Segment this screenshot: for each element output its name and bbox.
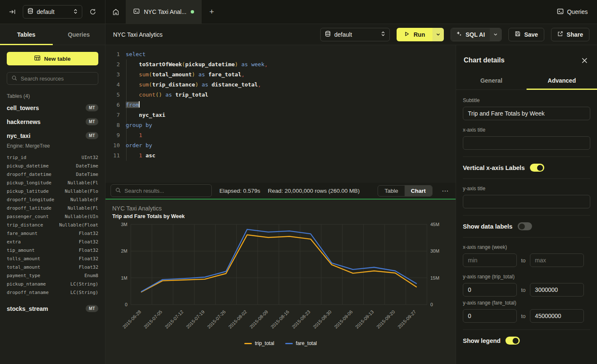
editor-line[interactable]: 6from	[105, 100, 456, 110]
sql-ai-button[interactable]: SQL AI	[451, 28, 490, 41]
column-type: Nullable(Flo	[65, 189, 98, 194]
vertical-x-labels-row: Vertical x-axis Labels	[463, 164, 590, 172]
save-button[interactable]: Save	[508, 28, 544, 41]
column-name: trip_id	[7, 155, 26, 160]
y-axis-range-trip-max-input[interactable]	[530, 283, 584, 297]
chart-canvas[interactable]: 3M45M2M30M1M15M002015-06-282015-07-05201…	[112, 221, 449, 340]
chart-details-panel: Chart details General Advanced Subtitle	[456, 45, 597, 364]
sql-ai-options-button[interactable]	[490, 28, 501, 41]
x-axis-range-max-input[interactable]	[530, 253, 584, 267]
refresh-icon[interactable]	[86, 5, 99, 18]
search-icon	[11, 75, 17, 82]
editor-line[interactable]: 5 count() as trip_total	[105, 90, 456, 100]
results-more-button[interactable]: ⋯	[440, 187, 451, 195]
query-tab[interactable]: NYC Taxi Anal...	[126, 0, 202, 24]
run-button[interactable]: Run	[397, 28, 432, 41]
results-search[interactable]	[111, 184, 212, 197]
editor-line[interactable]: 3 sum(total_amount) as fare_total,	[105, 70, 456, 80]
legend-swatch	[285, 343, 293, 344]
editor-line[interactable]: 8group by	[105, 120, 456, 130]
svg-text:2015-08-02: 2015-08-02	[227, 309, 248, 329]
read-stat: Read: 20,000,000 rows (260.00 MB)	[268, 188, 360, 194]
engine-badge: MT	[86, 305, 98, 312]
code-text: select	[120, 49, 146, 59]
elapsed-stat: Elapsed: 0.579s	[219, 188, 260, 194]
y-axis-range-fare-max-input[interactable]	[530, 309, 584, 323]
legend-item[interactable]: trip_total	[244, 340, 274, 346]
editor-line[interactable]: 1select	[105, 49, 456, 59]
tab-advanced[interactable]: Advanced	[527, 73, 597, 89]
code-text: order by	[120, 140, 152, 151]
column-row: tolls_amountFloat32	[7, 254, 98, 263]
query-tab-title: NYC Taxi Anal...	[144, 8, 186, 15]
column-type: Nullable(UIn	[65, 214, 98, 219]
column-name: tolls_amount	[7, 256, 40, 262]
editor-line[interactable]: 4 sum(trip_distance) as distance_total,	[105, 80, 456, 90]
legend-label: fare_total	[296, 340, 317, 346]
table-engine-label: Engine: MergeTree	[0, 143, 105, 152]
table-row[interactable]: stocks_streamMT	[0, 302, 105, 315]
console-icon	[557, 8, 564, 16]
show-legend-toggle[interactable]	[505, 337, 520, 345]
run-options-button[interactable]	[432, 28, 444, 41]
sidebar-tab-tables[interactable]: Tables	[0, 24, 53, 45]
toolbar-database-selector[interactable]: default	[320, 28, 390, 41]
show-data-labels-toggle[interactable]	[518, 222, 532, 230]
editor-line[interactable]: 10order by	[105, 140, 456, 151]
share-button[interactable]: Share	[551, 28, 589, 41]
table-row[interactable]: hackernewsMT	[0, 115, 105, 129]
table-row[interactable]: cell_towersMT	[0, 101, 105, 115]
column-name: pickup_ntaname	[7, 281, 46, 287]
chart-section: NYC Taxi Analytics Trip and Fare Totals …	[105, 200, 456, 364]
view-toggle-chart[interactable]: Chart	[405, 186, 432, 196]
svg-text:2015-07-05: 2015-07-05	[143, 309, 163, 329]
legend-item[interactable]: fare_total	[285, 340, 317, 346]
y-axis-title-input[interactable]	[463, 195, 590, 208]
close-icon[interactable]	[579, 55, 589, 65]
database-selector[interactable]: default	[23, 5, 82, 19]
column-type: Float32	[79, 231, 98, 236]
column-row: pickup_datetimeDateTime	[7, 162, 98, 170]
table-name: cell_towers	[7, 105, 39, 111]
sidebar-tab-queries[interactable]: Queries	[53, 24, 105, 45]
new-table-button[interactable]: New table	[7, 52, 98, 65]
column-row: total_amountFloat32	[7, 263, 98, 271]
editor-line[interactable]: 9 1	[105, 130, 456, 140]
svg-text:2015-08-30: 2015-08-30	[312, 309, 332, 329]
column-row: pickup_longitudeNullable(Fl	[7, 178, 98, 187]
collapse-sidebar-icon[interactable]	[6, 5, 19, 18]
column-name: dropoff_datetime	[7, 172, 51, 177]
x-axis-range-min-input[interactable]	[463, 253, 517, 267]
vertical-x-labels-toggle[interactable]	[530, 164, 544, 172]
column-name: pickup_latitude	[7, 189, 49, 194]
tab-general[interactable]: General	[456, 73, 527, 89]
resource-search-input[interactable]	[21, 75, 94, 82]
editor-line[interactable]: 11 1 asc	[105, 151, 456, 161]
search-icon	[115, 187, 121, 194]
table-row[interactable]: nyc_taxiMT	[0, 129, 105, 143]
line-number: 11	[105, 151, 120, 161]
x-axis-range-label: x-axis range (week)	[463, 244, 590, 250]
y-axis-range-trip-min-input[interactable]	[463, 283, 517, 297]
sidebar-tabs: Tables Queries	[0, 24, 105, 45]
subtitle-input[interactable]	[463, 107, 590, 120]
new-tab-button[interactable]: +	[202, 0, 222, 24]
view-toggle-table[interactable]: Table	[378, 186, 404, 196]
resource-search[interactable]	[7, 72, 98, 85]
column-list: trip_idUInt32pickup_datetimeDateTimedrop…	[0, 152, 105, 302]
query-title: NYC Taxi Analytics	[113, 31, 162, 38]
legend-label: trip_total	[255, 340, 274, 346]
x-axis-title-input[interactable]	[463, 136, 590, 150]
line-number: 4	[105, 80, 120, 90]
sql-editor[interactable]: 1select2 toStartOfWeek(pickup_datetime) …	[105, 45, 456, 183]
y-axis-range-fare-min-input[interactable]	[463, 309, 517, 323]
editor-line[interactable]: 2 toStartOfWeek(pickup_datetime) as week…	[105, 59, 456, 70]
svg-text:2015-07-26: 2015-07-26	[206, 309, 227, 329]
queries-button[interactable]: Queries	[548, 0, 597, 24]
svg-text:2015-09-20: 2015-09-20	[375, 309, 396, 329]
results-search-input[interactable]	[124, 188, 207, 194]
editor-line[interactable]: 7 nyc_taxi	[105, 110, 456, 120]
chart-details-tabs: General Advanced	[456, 73, 597, 90]
code-text: nyc_taxi	[120, 110, 165, 120]
home-tab-button[interactable]	[105, 0, 126, 24]
